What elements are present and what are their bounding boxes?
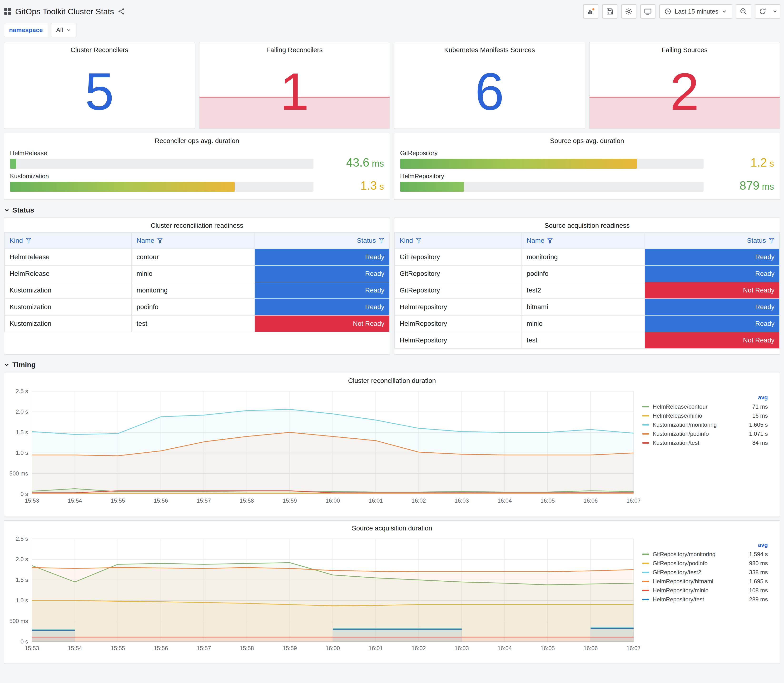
- y-tick-label: 0 s: [21, 491, 28, 497]
- value-unit: s: [377, 181, 384, 192]
- y-tick-label: 500 ms: [9, 618, 28, 624]
- status-badge: Ready: [255, 299, 389, 315]
- legend-series-dash: [642, 442, 649, 444]
- section-header-timing[interactable]: Timing: [4, 361, 780, 369]
- filter-funnel-icon[interactable]: [157, 238, 163, 244]
- column-header-status[interactable]: Status: [645, 232, 779, 249]
- panel-title[interactable]: Source ops avg. duration: [394, 133, 780, 146]
- legend-series-label: HelmRepository/test: [653, 596, 704, 603]
- legend-avg-header: avg: [642, 542, 768, 548]
- legend-item[interactable]: HelmRepository/bitnami1.695 s: [642, 577, 768, 586]
- dashboard-settings-button[interactable]: [621, 4, 636, 19]
- bar-gauge-row: HelmRepository879 ms: [400, 173, 774, 192]
- legend-item[interactable]: HelmRepository/test289 ms: [642, 595, 768, 604]
- legend-series-dash: [642, 599, 649, 600]
- x-tick-label: 15:59: [282, 497, 297, 504]
- variable-label-namespace[interactable]: namespace: [4, 23, 48, 37]
- column-header-kind[interactable]: Kind: [5, 232, 131, 249]
- bar-gauge-track: [400, 159, 704, 169]
- zoom-out-button[interactable]: [736, 4, 751, 19]
- timeseries-plot[interactable]: 15:5315:5415:5515:5615:5715:5815:5916:00…: [7, 534, 640, 654]
- column-label: Status: [747, 237, 766, 244]
- add-panel-button[interactable]: [583, 4, 598, 19]
- kind-cell: GitRepository: [394, 265, 522, 282]
- x-tick-label: 16:05: [540, 497, 555, 504]
- legend-item[interactable]: GitRepository/test2338 ms: [642, 568, 768, 577]
- column-header-name[interactable]: Name: [131, 232, 255, 249]
- timeseries-plot[interactable]: 15:5315:5415:5515:5615:5715:5815:5916:00…: [7, 386, 640, 507]
- bar-gauge-label: HelmRepository: [400, 173, 704, 180]
- stat-panel-manifests-sources: Kubernetes Manifests Sources 6: [394, 42, 585, 129]
- bar-gauge-value: 1.2 s: [711, 157, 774, 169]
- chevron-down-icon: [66, 27, 71, 32]
- filter-funnel-icon[interactable]: [416, 238, 422, 244]
- column-label: Status: [357, 237, 376, 244]
- y-tick-label: 2.5 s: [16, 535, 28, 542]
- x-tick-label: 16:04: [497, 645, 512, 651]
- panel-title[interactable]: Reconciler ops avg. duration: [4, 133, 390, 146]
- y-tick-label: 1.5 s: [16, 429, 28, 436]
- stat-panels-row: Cluster Reconcilers 5 Failing Reconciler…: [4, 42, 780, 129]
- legend-item[interactable]: HelmRelease/minio16 ms: [642, 411, 768, 420]
- column-header-name[interactable]: Name: [522, 232, 645, 249]
- x-tick-label: 16:06: [584, 497, 598, 504]
- status-badge: Ready: [645, 316, 779, 332]
- legend-series-dash: [642, 553, 649, 555]
- legend-item[interactable]: HelmRepository/minio108 ms: [642, 586, 768, 595]
- filter-funnel-icon[interactable]: [769, 238, 774, 244]
- time-range-picker[interactable]: Last 15 minutes: [659, 4, 732, 19]
- column-header-kind[interactable]: Kind: [394, 232, 522, 249]
- table-row: HelmRepositorytestNot Ready: [394, 332, 779, 349]
- filter-funnel-icon[interactable]: [379, 238, 385, 244]
- section-header-status[interactable]: Status: [4, 206, 780, 214]
- filter-funnel-icon[interactable]: [26, 238, 31, 244]
- bar-gauge-fill: [10, 159, 16, 169]
- kind-cell: Kustomization: [5, 299, 131, 315]
- panel-title[interactable]: Source acquisition readiness: [394, 218, 780, 230]
- legend-avg-value: 1.594 s: [749, 551, 768, 558]
- panel-title[interactable]: Cluster Reconcilers: [4, 42, 195, 55]
- kind-cell: Kustomization: [5, 315, 131, 332]
- kind-cell: HelmRepository: [394, 332, 522, 349]
- x-tick-label: 15:57: [197, 645, 211, 651]
- column-header-status[interactable]: Status: [255, 232, 390, 249]
- panel-title[interactable]: Cluster reconciliation duration: [4, 373, 780, 386]
- status-cell: Ready: [255, 282, 390, 299]
- legend-item[interactable]: GitRepository/podinfo980 ms: [642, 559, 768, 568]
- legend-series-label: Kustomization/monitoring: [653, 422, 717, 428]
- y-tick-label: 1.5 s: [16, 577, 28, 583]
- y-tick-label: 2.5 s: [16, 388, 28, 394]
- name-cell: contour: [131, 249, 255, 265]
- refresh-interval-dropdown[interactable]: [770, 4, 780, 19]
- share-icon[interactable]: [118, 8, 125, 15]
- status-badge: Ready: [255, 266, 389, 282]
- bar-gauge-fill: [400, 159, 637, 169]
- legend-item[interactable]: HelmRelease/contour71 ms: [642, 402, 768, 411]
- bar-gauge-row: Kustomization1.3 s: [10, 173, 384, 192]
- chevron-down-icon: [4, 362, 10, 368]
- legend-item[interactable]: Kustomization/monitoring1.605 s: [642, 420, 768, 429]
- filter-funnel-icon[interactable]: [547, 238, 553, 244]
- x-tick-label: 15:56: [154, 497, 168, 504]
- bar-gauge-fill: [10, 182, 235, 192]
- panel-title[interactable]: Cluster reconciliation readiness: [4, 218, 390, 230]
- cycle-view-mode-button[interactable]: [640, 4, 656, 19]
- name-cell: minio: [131, 265, 255, 282]
- settings-gear-icon: [625, 8, 633, 15]
- panel-title[interactable]: Failing Reconcilers: [199, 42, 390, 55]
- panel-title[interactable]: Failing Sources: [590, 42, 780, 55]
- kind-cell: Kustomization: [5, 282, 131, 299]
- save-dashboard-button[interactable]: [602, 4, 617, 19]
- legend-item[interactable]: Kustomization/test84 ms: [642, 438, 768, 447]
- name-cell: podinfo: [522, 265, 645, 282]
- panel-title[interactable]: Kubernetes Manifests Sources: [394, 42, 585, 55]
- refresh-button[interactable]: [755, 4, 770, 19]
- dashboard-grid-icon[interactable]: [4, 8, 11, 15]
- panel-title[interactable]: Source acquisition duration: [4, 521, 780, 533]
- bar-gauge-value: 43.6 ms: [321, 157, 384, 169]
- legend-item[interactable]: GitRepository/monitoring1.594 s: [642, 550, 768, 559]
- variable-value-dropdown[interactable]: All: [51, 23, 76, 37]
- legend-item[interactable]: Kustomization/podinfo1.071 s: [642, 429, 768, 438]
- bar-gauge-value: 1.3 s: [321, 180, 384, 192]
- status-cell: Ready: [645, 265, 779, 282]
